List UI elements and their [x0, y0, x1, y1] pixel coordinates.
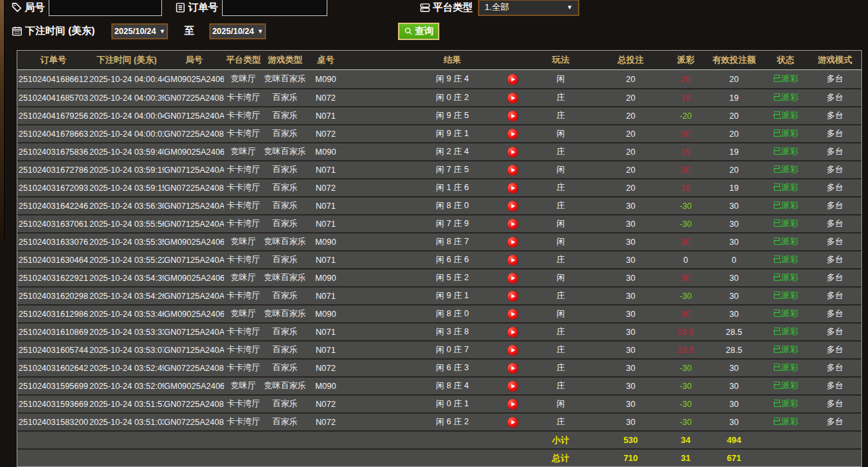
cell-status: 已派彩: [764, 344, 807, 356]
cell-order-id: 251024031672786: [17, 165, 89, 175]
cell-platform-type: 卡卡湾厅: [224, 218, 263, 229]
bet-records-table: 订单号 下注时间 (美东) 局号 平台类型 游戏类型 桌号 结果 玩法 总投注 …: [17, 50, 862, 467]
platform-type-select[interactable]: 1.全部 ▼: [478, 0, 579, 16]
cell-platform-type: 竞咪厅: [224, 146, 263, 157]
cell-result: 闲 9 庄 4: [407, 73, 497, 85]
cell-platform-type: 卡卡湾厅: [224, 398, 263, 410]
cell-table-number: N072: [307, 129, 344, 139]
cell-play-type: 庄: [527, 326, 594, 338]
play-video-button[interactable]: [507, 417, 518, 428]
cell-status: 已派彩: [764, 416, 807, 428]
cell-order-id: 251024031637061: [17, 219, 89, 229]
cell-table-number: M090: [307, 75, 344, 84]
header-valid-bet: 有效投注额: [704, 54, 764, 66]
cell-game-mode: 多台: [807, 92, 863, 103]
cell-table-number: M090: [307, 147, 344, 157]
table-row: 251024031612986 2025-10-24 03:53:46 GM09…: [17, 304, 861, 322]
cell-play: [497, 327, 527, 338]
cell-valid-bet: 30: [704, 400, 764, 409]
cell-game-type: 竞咪百家乐: [263, 380, 307, 392]
header-bet-time: 下注时间 (美东): [89, 54, 164, 66]
date-to-label: 至: [184, 25, 194, 37]
cell-bet-time: 2025-10-24 03:54:26: [89, 292, 164, 301]
subtotal-row: 小计 530 34 494: [17, 430, 861, 448]
cell-platform-type: 卡卡湾厅: [224, 326, 263, 338]
cell-total-bet: 30: [594, 292, 667, 301]
cell-table-number: N071: [307, 165, 344, 175]
cell-game-type: 百家乐: [263, 200, 307, 211]
play-video-button[interactable]: [507, 381, 518, 392]
cell-total-bet: 20: [594, 75, 667, 84]
cell-status: 已派彩: [764, 182, 807, 193]
play-video-button[interactable]: [507, 201, 518, 211]
cell-round-id: GM09025A24066: [164, 238, 224, 247]
cell-payout: 30: [667, 238, 704, 247]
cell-table-number: N071: [307, 256, 344, 265]
cell-round-id: GM09025A24064: [164, 310, 224, 319]
cell-play-type: 闲: [527, 128, 594, 139]
cell-valid-bet: 30: [704, 201, 764, 211]
play-video-button[interactable]: [507, 309, 518, 320]
play-video-button[interactable]: [507, 345, 518, 356]
cell-result: 闲 6 庄 3: [407, 362, 497, 374]
play-video-button[interactable]: [507, 291, 518, 302]
cell-order-id: 251024031605744: [17, 346, 89, 355]
play-video-button[interactable]: [507, 183, 518, 193]
date-to-select[interactable]: 2025/10/24▼: [209, 23, 266, 39]
cell-round-id: GM09025A24065: [164, 274, 224, 283]
play-video-button[interactable]: [507, 147, 518, 157]
cell-play-type: 庄: [527, 416, 594, 428]
cell-payout: -30: [667, 382, 704, 391]
cell-bet-time: 2025-10-24 03:59:15: [89, 183, 164, 193]
order-number-input[interactable]: [222, 0, 327, 16]
cell-total-bet: 30: [594, 382, 667, 391]
cell-game-type: 竞咪百家乐: [263, 236, 307, 248]
table-row: 251024031583200 2025-10-24 03:51:03 GN07…: [17, 412, 861, 430]
cell-table-number: N071: [307, 219, 344, 229]
cell-play-type: 闲: [527, 73, 594, 85]
cell-status: 已派彩: [764, 164, 807, 175]
cell-round-id: GN07125A240AX: [164, 165, 224, 175]
play-video-button[interactable]: [507, 165, 518, 175]
cell-result: 闲 3 庄 8: [407, 326, 497, 338]
cell-platform-type: 卡卡湾厅: [224, 344, 263, 356]
cell-game-mode: 多台: [807, 182, 863, 193]
cell-status: 已派彩: [764, 73, 807, 85]
cell-result: 闲 7 庄 9: [407, 218, 497, 229]
date-from-select[interactable]: 2025/10/24▼: [111, 23, 168, 39]
cell-status: 已派彩: [764, 110, 807, 121]
cell-bet-time: 2025-10-24 03:59:40: [89, 147, 164, 157]
play-video-button[interactable]: [507, 399, 518, 410]
cell-game-type: 百家乐: [263, 182, 307, 193]
header-platform-type: 平台类型: [224, 54, 263, 66]
cell-game-type: 百家乐: [263, 416, 307, 428]
order-number-label: 订单号: [188, 1, 218, 14]
tag-icon: [11, 1, 23, 13]
cell-result: 闲 6 庄 2: [407, 416, 497, 428]
play-video-button[interactable]: [507, 219, 518, 229]
play-video-button[interactable]: [507, 74, 518, 85]
cell-play: [497, 291, 527, 302]
cell-play: [497, 381, 527, 392]
calendar-icon: [11, 25, 23, 37]
table-row: 251024041678663 2025-10-24 04:00:01 GN07…: [17, 124, 861, 142]
table-row: 251024031675836 2025-10-24 03:59:40 GM09…: [17, 142, 861, 160]
cell-game-mode: 多台: [807, 398, 863, 410]
round-number-input[interactable]: [49, 0, 162, 16]
play-video-button[interactable]: [507, 93, 518, 103]
play-video-button[interactable]: [507, 255, 518, 266]
cell-table-number: N072: [307, 418, 344, 427]
play-video-button[interactable]: [507, 111, 518, 121]
cell-round-id: GN07225A2408Q: [164, 418, 224, 427]
play-video-button[interactable]: [507, 237, 518, 248]
play-video-button[interactable]: [507, 273, 518, 284]
query-button[interactable]: 查询: [398, 23, 439, 40]
query-button-label: 查询: [415, 25, 433, 37]
cell-play-type: 庄: [527, 110, 594, 121]
play-video-button[interactable]: [507, 129, 518, 139]
cell-order-id: 251024031642246: [17, 201, 89, 211]
cell-valid-bet: 30: [704, 310, 764, 319]
play-video-button[interactable]: [507, 327, 518, 338]
play-video-button[interactable]: [507, 363, 518, 374]
cell-payout: 20: [667, 75, 704, 84]
